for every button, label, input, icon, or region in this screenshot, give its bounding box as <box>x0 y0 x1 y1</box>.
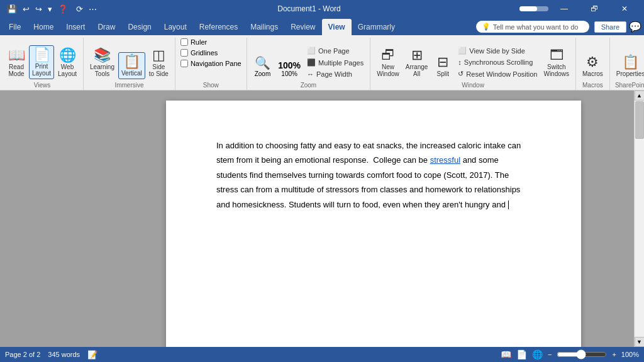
macros-button[interactable]: ⚙ Macros <box>580 53 606 79</box>
tab-view[interactable]: View <box>322 19 352 35</box>
gridlines-check[interactable] <box>180 49 188 57</box>
view-side-by-side-button[interactable]: ⬜ View Side by Side <box>455 45 540 56</box>
window-title: Document1 - Word <box>99 4 519 13</box>
reset-window-button[interactable]: ↺ Reset Window Position <box>455 69 540 79</box>
page-info: Page 2 of 2 <box>5 351 40 358</box>
close-button[interactable]: ✕ <box>610 0 639 18</box>
learning-tools-button[interactable]: 📚 LearningTools <box>87 47 117 79</box>
proofing-icon[interactable]: 📝 <box>87 350 97 359</box>
split-icon: ⊟ <box>437 55 448 69</box>
gridlines-checkbox[interactable]: Gridlines <box>179 48 219 57</box>
immersive-buttons: 📚 LearningTools 📋 Vertical ◫ Sideto Side <box>87 38 171 79</box>
zoom-out-icon[interactable]: − <box>548 351 552 358</box>
redo-icon[interactable]: ↪ <box>33 3 44 15</box>
status-bar: Page 2 of 2 345 words 📝 📖 📄 🌐 − + 100% <box>0 347 644 362</box>
split-button[interactable]: ⊟ Split <box>431 53 454 79</box>
switch-windows-button[interactable]: 🗔 SwitchWindows <box>541 47 572 79</box>
one-page-icon: ⬜ <box>307 47 316 55</box>
main-area: In addition to choosing fatty and easy t… <box>0 90 644 347</box>
word-count: 345 words <box>48 351 80 358</box>
arrange-all-button[interactable]: ⊞ ArrangeAll <box>403 47 431 79</box>
zoom-button[interactable]: 🔍 Zoom <box>251 53 275 79</box>
zoom-slider[interactable] <box>557 349 607 359</box>
scrollbar-track[interactable] <box>635 101 645 337</box>
document-page[interactable]: In addition to choosing fatty and easy t… <box>166 101 581 347</box>
properties-button[interactable]: 📋 Properties <box>614 53 644 79</box>
tab-review[interactable]: Review <box>284 19 321 35</box>
tab-design[interactable]: Design <box>121 19 157 35</box>
scroll-down-button[interactable]: ▼ <box>635 337 645 347</box>
tab-references[interactable]: References <box>193 19 244 35</box>
multiple-pages-icon: ⬛ <box>307 58 316 67</box>
save-icon[interactable]: 💾 <box>5 3 19 15</box>
more-icon[interactable]: ⋯ <box>87 3 99 15</box>
macros-label: Macros <box>580 79 606 89</box>
sync-scroll-icon: ↕ <box>458 58 462 66</box>
sharepoint-label: SharePoint <box>614 79 644 89</box>
window-options: ⬜ View Side by Side ↕ Synchronous Scroll… <box>455 45 540 79</box>
ruler-check[interactable] <box>180 38 188 46</box>
print-layout-button[interactable]: 📄 PrintLayout <box>29 45 54 79</box>
minimize-button[interactable]: — <box>550 0 579 18</box>
undo-icon[interactable]: ↩ <box>21 3 31 15</box>
zoom-level: 100% <box>621 351 639 358</box>
share-area: Share 💬 <box>594 21 641 33</box>
tab-mailings[interactable]: Mailings <box>244 19 284 35</box>
scroll-up-button[interactable]: ▲ <box>635 90 645 101</box>
scrollbar-thumb[interactable] <box>635 101 644 139</box>
zoom-100-button[interactable]: 100% 100% <box>275 58 303 79</box>
vertical-button[interactable]: 📋 Vertical <box>118 52 145 79</box>
help-icon[interactable]: ❓ <box>56 3 70 15</box>
tab-grammarly[interactable]: Grammarly <box>352 19 401 35</box>
tell-me-text: Tell me what you want to do <box>493 23 579 31</box>
document-content[interactable]: In addition to choosing fatty and easy t… <box>216 138 531 212</box>
view-mode-web-icon[interactable]: 🌐 <box>532 349 543 359</box>
stressful-link: stressful <box>430 155 460 165</box>
zoom-in-icon[interactable]: + <box>612 351 616 358</box>
zoom-label: Zoom <box>251 79 367 89</box>
ruler-checkbox[interactable]: Ruler <box>179 38 208 47</box>
side-to-side-button[interactable]: ◫ Sideto Side <box>147 47 171 79</box>
comment-icon[interactable]: 💬 <box>629 21 641 33</box>
properties-icon: 📋 <box>622 55 639 69</box>
immersive-label: Immersive <box>87 79 171 89</box>
new-window-button[interactable]: 🗗 NewWindow <box>374 47 402 79</box>
macros-icon: ⚙ <box>586 55 599 69</box>
reset-window-icon: ↺ <box>458 70 464 78</box>
web-layout-button[interactable]: 🌐 WebLayout <box>55 47 79 79</box>
tab-layout[interactable]: Layout <box>158 19 193 35</box>
quick-access-toolbar: 💾 ↩ ↪ ▾ ❓ ⟳ ⋯ <box>5 3 99 15</box>
zoom-icon: 🔍 <box>255 55 270 70</box>
navigation-pane-checkbox[interactable]: Navigation Pane <box>179 59 243 68</box>
document-area[interactable]: In addition to choosing fatty and easy t… <box>113 90 634 347</box>
view-mode-print-icon[interactable]: 📄 <box>516 349 527 359</box>
window-label: Window <box>374 79 572 89</box>
read-mode-button[interactable]: 📖 ReadMode <box>5 47 28 79</box>
window-buttons: 🗗 NewWindow ⊞ ArrangeAll ⊟ Split ⬜ View … <box>374 38 572 79</box>
print-layout-icon: 📄 <box>33 48 50 62</box>
tab-insert[interactable]: Insert <box>60 19 91 35</box>
restore-button[interactable]: 🗗 <box>580 0 609 18</box>
zoom-options: ⬜ One Page ⬛ Multiple Pages ↔ Page Width <box>304 45 366 79</box>
tell-me-box[interactable]: 💡 Tell me what you want to do <box>476 21 589 33</box>
multiple-pages-button[interactable]: ⬛ Multiple Pages <box>304 57 366 68</box>
page-width-button[interactable]: ↔ Page Width <box>304 69 366 79</box>
view-side-by-side-icon: ⬜ <box>458 47 467 55</box>
tab-draw[interactable]: Draw <box>91 19 121 35</box>
customize-icon[interactable]: ▾ <box>46 3 54 15</box>
text-cursor <box>508 200 509 209</box>
sharepoint-buttons: 📋 Properties <box>614 38 644 79</box>
new-window-icon: 🗗 <box>381 48 395 62</box>
share-button[interactable]: Share <box>594 21 626 33</box>
loading-icon: ⟳ <box>74 3 85 15</box>
navigation-pane-check[interactable] <box>180 60 188 67</box>
window-controls: — 🗗 ✕ <box>519 0 639 18</box>
one-page-button[interactable]: ⬜ One Page <box>304 45 366 56</box>
tab-home[interactable]: Home <box>27 19 60 35</box>
right-scrollbar[interactable]: ▲ ▼ <box>634 90 644 347</box>
page-width-icon: ↔ <box>307 70 314 78</box>
tab-file[interactable]: File <box>3 19 27 35</box>
immersive-group: 📚 LearningTools 📋 Vertical ◫ Sideto Side… <box>84 38 175 90</box>
view-mode-read-icon[interactable]: 📖 <box>501 349 511 359</box>
synchronous-scrolling-button[interactable]: ↕ Synchronous Scrolling <box>455 57 540 67</box>
